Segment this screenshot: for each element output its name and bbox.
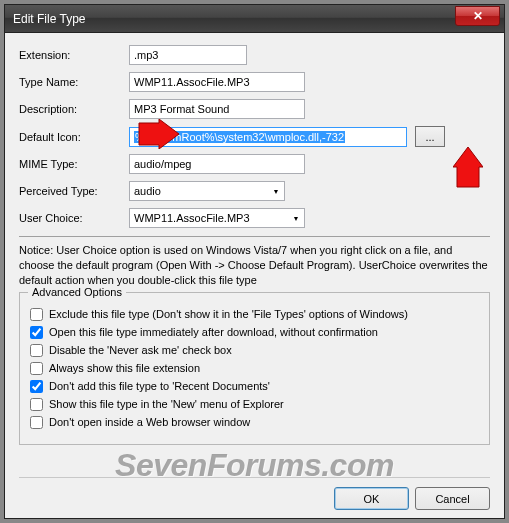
mimetype-field[interactable] [129,154,305,174]
advanced-checkbox-label[interactable]: Don't open inside a Web browser window [49,416,250,428]
notice-text: Notice: User Choice option is used on Wi… [19,243,490,288]
advanced-option-row: Don't add this file type to 'Recent Docu… [30,380,479,393]
row-mimetype: MIME Type: [19,154,490,174]
browse-button[interactable]: ... [415,126,445,147]
cancel-button[interactable]: Cancel [415,487,490,510]
advanced-option-row: Always show this file extension [30,362,479,375]
row-defaulticon: Default Icon: %SystemRoot%\system32\wmpl… [19,126,490,147]
advanced-option-row: Exclude this file type (Don't show it in… [30,308,479,321]
advanced-option-row: Don't open inside a Web browser window [30,416,479,429]
ok-button[interactable]: OK [334,487,409,510]
window-title: Edit File Type [13,12,85,26]
row-perceivedtype: Perceived Type: audio [19,181,490,201]
advanced-checkbox-label[interactable]: Disable the 'Never ask me' check box [49,344,232,356]
advanced-checkbox[interactable] [30,416,43,429]
advanced-checkbox[interactable] [30,362,43,375]
close-icon: ✕ [473,9,483,23]
bottom-separator [19,477,490,478]
userchoice-dropdown[interactable]: WMP11.AssocFile.MP3 [129,208,305,228]
titlebar: Edit File Type ✕ [5,5,504,33]
advanced-legend: Advanced Options [28,286,126,298]
advanced-checkbox-label[interactable]: Always show this file extension [49,362,200,374]
advanced-option-row: Open this file type immediately after do… [30,326,479,339]
row-userchoice: User Choice: WMP11.AssocFile.MP3 [19,208,490,228]
separator [19,236,490,237]
advanced-checkbox-label[interactable]: Open this file type immediately after do… [49,326,378,338]
advanced-checkbox-label[interactable]: Show this file type in the 'New' menu of… [49,398,284,410]
advanced-option-row: Disable the 'Never ask me' check box [30,344,479,357]
extension-field[interactable] [129,45,247,65]
advanced-checkbox[interactable] [30,308,43,321]
perceivedtype-value: audio [130,185,268,197]
advanced-checkbox[interactable] [30,326,43,339]
advanced-options-group: Advanced Options Exclude this file type … [19,292,490,445]
perceivedtype-dropdown[interactable]: audio [129,181,285,201]
label-extension: Extension: [19,49,129,61]
row-typename: Type Name: [19,72,490,92]
watermark-text: SevenForums.com [5,447,504,484]
chevron-down-icon [288,209,304,227]
label-defaulticon: Default Icon: [19,131,129,143]
chevron-down-icon [268,182,284,200]
content-area: Extension: Type Name: Description: Defau… [5,33,504,453]
button-bar: OK Cancel [334,487,490,510]
advanced-checkbox[interactable] [30,344,43,357]
row-extension: Extension: [19,45,490,65]
browse-label: ... [425,131,434,143]
advanced-checkbox-label[interactable]: Exclude this file type (Don't show it in… [49,308,408,320]
defaulticon-selected-text: %SystemRoot%\system32\wmploc.dll,-732 [134,131,345,143]
label-typename: Type Name: [19,76,129,88]
window-frame: Edit File Type ✕ Extension: Type Name: D… [4,4,505,519]
close-button[interactable]: ✕ [455,6,500,26]
advanced-option-row: Show this file type in the 'New' menu of… [30,398,479,411]
userchoice-value: WMP11.AssocFile.MP3 [130,212,288,224]
row-description: Description: [19,99,490,119]
label-perceivedtype: Perceived Type: [19,185,129,197]
label-mimetype: MIME Type: [19,158,129,170]
typename-field[interactable] [129,72,305,92]
advanced-checkbox-label[interactable]: Don't add this file type to 'Recent Docu… [49,380,270,392]
label-userchoice: User Choice: [19,212,129,224]
advanced-checkbox[interactable] [30,380,43,393]
description-field[interactable] [129,99,305,119]
label-description: Description: [19,103,129,115]
defaulticon-field[interactable]: %SystemRoot%\system32\wmploc.dll,-732 [129,127,407,147]
advanced-checkbox[interactable] [30,398,43,411]
